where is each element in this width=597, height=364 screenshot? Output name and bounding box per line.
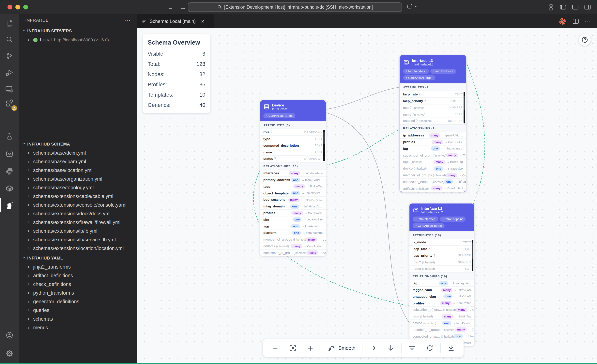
new-window-menu[interactable]: [407, 3, 418, 9]
command-center[interactable]: [Extension Development Host] infrahub-bu…: [188, 2, 402, 12]
tree-item[interactable]: queries: [19, 306, 137, 315]
scrollbar-thumb[interactable]: [463, 96, 465, 110]
tree-item[interactable]: schemas/extensions/cable/cable.yml: [19, 192, 137, 201]
split-editor-icon[interactable]: [572, 18, 579, 25]
relationship-row[interactable]: tagged_vlanmany→ InfraVLAN: [409, 287, 474, 293]
section-header[interactable]: INFRAHUB SCHEMA: [19, 139, 137, 149]
tree-item[interactable]: menus: [19, 323, 137, 332]
sidebar-item-m-extension[interactable]: [0, 146, 19, 162]
relationship-row[interactable]: connected_endp...(inherited)one→ InfraEn…: [409, 333, 474, 340]
sidebar-item-explorer[interactable]: [0, 15, 19, 31]
tree-item[interactable]: schemas/extensions/location/location.yml: [19, 244, 137, 253]
sidebar-item-search[interactable]: [0, 31, 19, 47]
relationship-row[interactable]: asnone→ InfraAutono...: [260, 223, 326, 230]
tree-item[interactable]: schemas/base/organization.yml: [19, 175, 137, 183]
attribute-row[interactable]: lacp_rate ?TEXT: [400, 91, 466, 98]
attributes-scrollbar[interactable]: [463, 92, 465, 124]
relationship-row[interactable]: member_of_groups(inherited)many→ CoreGro…: [400, 172, 466, 179]
customize-layout-icon[interactable]: [548, 4, 554, 11]
node-card-device[interactable]: DeviceInfraDevice↑ CoreArtifactTargetATT…: [260, 100, 326, 256]
toggle-panel-icon[interactable]: [572, 4, 579, 10]
node-card-header[interactable]: Interface L3InfraInterfaceL3↑ InfraInter…: [400, 56, 466, 83]
schema-graph-canvas[interactable]: Schema Overview Visible:3Total:128Nodes:…: [137, 28, 597, 363]
toggle-secondary-sidebar-icon[interactable]: [584, 4, 591, 10]
back-icon[interactable]: ←: [167, 4, 173, 10]
close-icon[interactable]: ✕: [201, 19, 204, 24]
account-button[interactable]: [0, 327, 19, 343]
more-actions-icon[interactable]: ···: [585, 18, 591, 24]
tree-item[interactable]: schemas/base/topology.yml: [19, 183, 137, 192]
close-window-button[interactable]: [8, 5, 12, 9]
scrollbar-thumb[interactable]: [472, 243, 473, 259]
tree-item[interactable]: schemas/extensions/docs/docs.yml: [19, 209, 137, 218]
zoom-in-button[interactable]: [302, 339, 319, 357]
tree-item[interactable]: schemas/extensions/lb/service_lb.yml: [19, 235, 137, 244]
tree-item[interactable]: schemas/extensions/lb/lb.yml: [19, 227, 137, 235]
tree-item[interactable]: schemas/base/dcim.yml: [19, 149, 137, 157]
download-button[interactable]: [442, 339, 460, 357]
relationship-row[interactable]: tagsmany→ BuiltinTag: [260, 183, 326, 190]
tree-item[interactable]: schemas/extensions/firewall/firewall.yml: [19, 218, 137, 227]
layout-vertical-button[interactable]: [382, 339, 400, 357]
more-actions-icon[interactable]: ···: [124, 17, 131, 23]
tree-item[interactable]: schemas: [19, 315, 137, 323]
sidebar-item-containers[interactable]: [0, 181, 19, 196]
scrollbar-thumb[interactable]: [323, 132, 325, 144]
attribute-row[interactable]: mtu ?(inherited)NUMBER: [409, 259, 474, 266]
relationship-row[interactable]: object_templateone→ TemplateInf...: [260, 190, 326, 197]
zoom-window-button[interactable]: [23, 5, 28, 9]
relationship-row[interactable]: subscriber_of_gro...(inherited)many→ Cor…: [400, 152, 466, 159]
attribute-row[interactable]: typeTEXT: [260, 136, 326, 142]
forward-icon[interactable]: →: [180, 4, 186, 10]
node-card-header[interactable]: Interface L2InfraInterfaceL2↑ InfraInter…: [409, 204, 474, 231]
tree-item[interactable]: artifact_definitions: [19, 271, 137, 280]
section-header[interactable]: INFRAHUB YAML: [19, 253, 137, 263]
server-item[interactable]: Localhttp://localhost:8000 (v1.6.0): [19, 36, 137, 44]
fit-view-button[interactable]: [284, 339, 302, 357]
attributes-scrollbar[interactable]: [472, 240, 473, 272]
tree-item[interactable]: python_transforms: [19, 289, 137, 297]
relationship-row[interactable]: subscriber_of_gro...(inherited)many→ Cor…: [260, 250, 326, 256]
sidebar-item-infrahub[interactable]: [0, 197, 19, 213]
zoom-out-button[interactable]: [267, 339, 284, 357]
attribute-row[interactable]: enabled ?(inherited)BOOLEAN: [400, 118, 466, 124]
tree-item[interactable]: schemas/base/ipam.yml: [19, 157, 137, 166]
tab-schema-local[interactable]: Schema: Local (main) ✕: [137, 14, 214, 28]
relationship-row[interactable]: bgp_sessionsmany→ InfraBGPSe...: [260, 197, 326, 203]
attribute-row[interactable]: name(inherited)TEXT: [400, 111, 466, 118]
smooth-edges-button[interactable]: Smooth: [322, 339, 361, 357]
attribute-row[interactable]: lacp_rate ?TEXT: [409, 246, 474, 252]
relationship-row[interactable]: platformone→ InfraPlatform: [260, 230, 326, 236]
relationship-row[interactable]: untagged_vlanone→ InfraVLAN: [409, 293, 474, 300]
tree-item[interactable]: jinja2_transforms: [19, 263, 137, 271]
relationship-row[interactable]: lagone→ InfraLagInte...: [400, 145, 466, 152]
attribute-row[interactable]: computed_descriptionTEXT: [260, 142, 326, 149]
relationship-row[interactable]: primary_addressone→ IpamIPAddr...: [260, 177, 326, 183]
relationship-row[interactable]: member_of_groups(inherited)many→ CoreGro…: [260, 236, 326, 243]
layout-horizontal-button[interactable]: [364, 339, 382, 357]
relationship-row[interactable]: profilesmany→ CoreProfile: [409, 300, 474, 307]
node-card-header[interactable]: DeviceInfraDevice↑ CoreArtifactTarget: [260, 100, 326, 121]
relationship-row[interactable]: device(inherited)one→ InfraDevice: [409, 320, 474, 326]
tree-item[interactable]: check_definitions: [19, 280, 137, 289]
sidebar-item-extensions[interactable]: [0, 95, 19, 111]
attribute-row[interactable]: status ?DROPDOWN: [260, 156, 326, 162]
attribute-row[interactable]: lacp_priority ?NUMBER: [400, 98, 466, 105]
sidebar-item-run-debug[interactable]: [0, 65, 19, 80]
filter-button[interactable]: [403, 339, 421, 357]
attribute-row[interactable]: l2_modeTEXT: [409, 239, 474, 246]
attribute-row[interactable]: nameTEXT: [260, 149, 326, 156]
starburst-icon[interactable]: [559, 17, 567, 25]
attribute-row[interactable]: name(inherited)TEXT: [409, 265, 474, 272]
help-button[interactable]: [579, 34, 591, 46]
relationship-row[interactable]: interfacesmany→ InfraInterface: [260, 170, 326, 177]
sidebar-item-source-control[interactable]: [0, 48, 19, 64]
sidebar-item-remote-explorer[interactable]: [0, 81, 19, 97]
section-header[interactable]: INFRAHUB SERVERS: [19, 26, 137, 36]
relationship-row[interactable]: siteone→ LocationSite: [260, 217, 326, 223]
refresh-button[interactable]: [421, 339, 439, 357]
attribute-row[interactable]: mtu ?(inherited)NUMBER: [400, 105, 466, 111]
attribute-row[interactable]: lacp_priority ?NUMBER: [409, 252, 474, 259]
tree-item[interactable]: generator_definitions: [19, 297, 137, 306]
node-card-interface-l2[interactable]: Interface L2InfraInterfaceL2↑ InfraInter…: [409, 204, 474, 346]
